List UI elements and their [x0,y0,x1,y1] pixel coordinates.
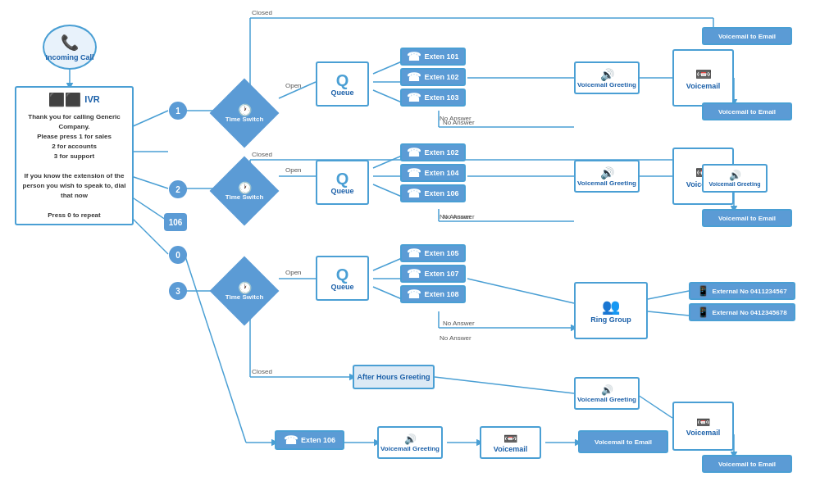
svg-line-4 [131,197,168,221]
ivr-label: IVR [84,93,99,106]
svg-line-48 [467,279,574,303]
svg-line-55 [636,393,672,418]
exten-108: ☎ Exten 108 [400,285,466,303]
exten-107: ☎ Exten 107 [400,265,466,283]
queue-1: Q Queue [316,61,369,107]
num106-circle: 106 [164,213,187,231]
queue-3: Q Queue [316,256,369,301]
exten-106a: ☎ Exten 106 [400,184,466,202]
svg-line-1 [131,111,168,127]
svg-line-54 [435,377,574,393]
vm-greeting-closed-2: 🔊 Voicemail Greeting [702,164,768,193]
svg-line-17 [373,90,402,102]
external-2: 📱 External No 0412345678 [689,303,795,321]
svg-line-5 [131,217,168,254]
ivr-box: ⬛⬛ IVR Thank you for calling Generic Com… [15,86,134,225]
svg-text:No Answer: No Answer [443,320,475,327]
voicemail-1: 📼 Voicemail [672,49,734,107]
external-1: 📱 External No 0411234567 [689,282,795,300]
vm-greeting-4: 🔊 Voicemail Greeting [574,377,640,410]
voicemail-4: 📼 Voicemail [480,426,541,459]
num3-circle: 3 [169,282,187,300]
no-answer-3-label: No Answer [440,334,472,342]
svg-line-47 [373,287,402,299]
svg-text:Closed: Closed [252,368,272,375]
svg-text:Open: Open [285,82,302,89]
svg-text:Closed: Closed [252,151,272,158]
exten-102a: ☎ Exten 102 [400,68,466,86]
incoming-call-label: Incoming Call [45,53,93,61]
svg-line-49 [648,291,689,299]
no-answer-2-label: No Answer [440,213,472,220]
vm-email-2: Voicemail to Email [702,209,792,227]
time-switch-3: 🕐 Time Switch [220,266,269,316]
svg-line-33 [373,184,402,197]
svg-line-3 [131,176,168,188]
no-answer-1-label: No Answer [440,115,472,122]
vm-email-1-bottom: Voicemail to Email [702,102,792,120]
exten-105: ☎ Exten 105 [400,244,466,262]
svg-line-15 [373,61,402,74]
svg-text:Open: Open [285,166,302,174]
vm-greeting-5: 🔊 Voicemail Greeting [377,426,443,459]
exten-101: ☎ Exten 101 [400,48,466,66]
svg-line-9 [279,82,316,98]
vm-greeting-1: 🔊 Voicemail Greeting [574,61,640,94]
incoming-call-node: 📞 Incoming Call [43,25,97,70]
num2-circle: 2 [169,180,187,198]
svg-text:Open: Open [285,269,302,276]
vm-email-3: Voicemail to Email [702,455,792,473]
diagram: Open Closed No Answer Open Closed No Ans… [0,0,820,504]
ring-group: 👥 Ring Group [574,282,648,339]
time-switch-2: 🕐 Time Switch [220,166,269,216]
voicemail-3: 📼 Voicemail [672,402,734,451]
after-hours-greeting: After Hours Greeting [353,365,435,389]
queue-2: Q Queue [316,160,369,205]
num1-circle: 1 [169,102,187,120]
exten-106b: ☎ Exten 106 [275,430,344,450]
vm-email-1-top: Voicemail to Email [702,27,792,45]
time-switch-1: 🕐 Time Switch [220,89,269,138]
svg-line-50 [648,311,689,316]
svg-line-31 [373,156,402,168]
exten-104: ☎ Exten 104 [400,164,466,182]
num0-circle: 0 [169,246,187,264]
vm-email-4: Voicemail to Email [578,430,668,453]
svg-text:Closed: Closed [252,9,272,16]
vm-greeting-2: 🔊 Voicemail Greeting [574,160,640,193]
exten-102b: ☎ Exten 102 [400,143,466,161]
svg-line-45 [373,258,402,270]
exten-103: ☎ Exten 103 [400,89,466,107]
ivr-text: Thank you for calling Generic Company. P… [20,112,129,220]
